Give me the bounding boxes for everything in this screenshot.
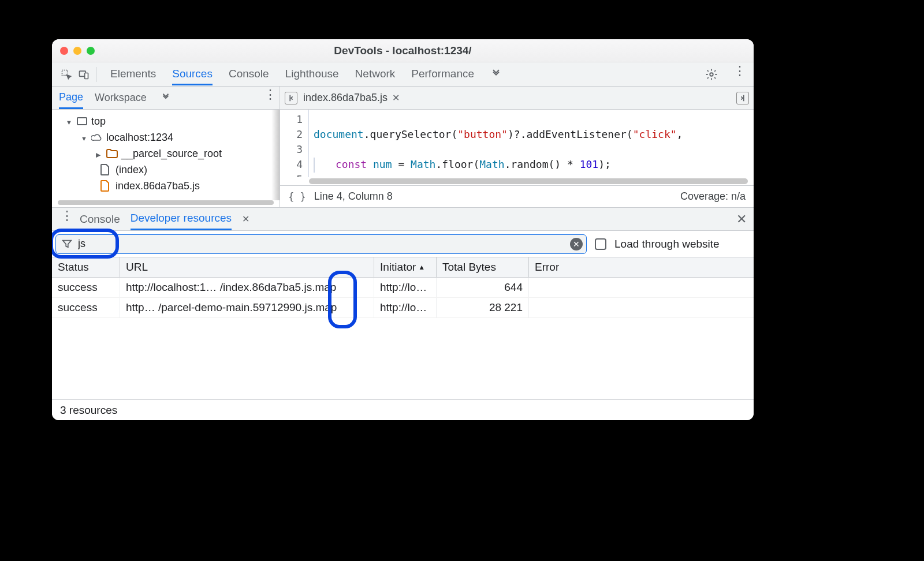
navigator-tab-page[interactable]: Page xyxy=(59,91,83,109)
coverage-status: Coverage: n/a xyxy=(680,190,746,203)
document-icon xyxy=(100,164,112,175)
cell-bytes: 28 221 xyxy=(437,298,529,317)
filter-input[interactable] xyxy=(77,237,565,250)
code-editor[interactable]: 1 2 3 4 5 document.querySelector("button… xyxy=(280,110,754,177)
col-status[interactable]: Status xyxy=(52,257,120,277)
pretty-print-icon[interactable]: { } xyxy=(288,191,306,203)
close-drawer-tab-icon[interactable]: ✕ xyxy=(242,214,249,225)
drawer-status-bar: 3 resources xyxy=(52,399,754,420)
tree-label: localhost:1234 xyxy=(106,132,173,144)
table-body: success http://localhost:1… /index.86da7… xyxy=(52,278,754,399)
toolbar-right xyxy=(703,68,746,81)
line-number: 4 xyxy=(280,157,303,172)
sort-asc-icon: ▲ xyxy=(418,263,425,271)
cell-status: success xyxy=(52,298,120,317)
tab-lighthouse[interactable]: Lighthouse xyxy=(285,68,339,81)
tab-performance[interactable]: Performance xyxy=(411,68,474,81)
col-url[interactable]: URL xyxy=(120,257,374,277)
frame-icon xyxy=(76,115,88,127)
line-number: 1 xyxy=(280,112,303,127)
tab-network[interactable]: Network xyxy=(355,68,396,81)
inspect-element-icon[interactable] xyxy=(58,69,75,80)
tree-jsfile[interactable]: index.86da7ba5.js xyxy=(55,178,280,194)
drawer-tab-console[interactable]: Console xyxy=(80,213,120,226)
collapse-debugger-icon[interactable] xyxy=(736,92,749,104)
filter-bar: ✕ Load through website xyxy=(52,231,754,257)
col-error[interactable]: Error xyxy=(529,257,754,277)
cursor-position: Line 4, Column 8 xyxy=(314,190,393,203)
drawer: Console Developer resources ✕ ✕ ✕ Load t… xyxy=(52,208,754,420)
tab-elements[interactable]: Elements xyxy=(110,68,156,81)
navigator-pane: Page Workspace top localhost:1234 xyxy=(52,87,280,207)
disclosure-icon[interactable] xyxy=(96,148,103,160)
folder-icon xyxy=(106,148,118,159)
tree-index[interactable]: (index) xyxy=(55,162,280,178)
editor-horizontal-scrollbar[interactable] xyxy=(309,178,748,184)
horizontal-scrollbar[interactable] xyxy=(58,200,274,205)
cell-status: success xyxy=(52,278,120,297)
editor-tabbar: index.86da7ba5.js ✕ xyxy=(280,87,754,110)
editor-file-tab[interactable]: index.86da7ba5.js ✕ xyxy=(303,92,400,104)
svg-point-3 xyxy=(710,73,713,76)
resources-table: Status URL Initiator▲ Total Bytes Error … xyxy=(52,257,754,399)
main-tabbar: Elements Sources Console Lighthouse Netw… xyxy=(52,62,754,87)
editor-file-tab-label: index.86da7ba5.js xyxy=(303,92,388,104)
tab-sources[interactable]: Sources xyxy=(172,68,213,85)
file-tree[interactable]: top localhost:1234 __parcel_source_root … xyxy=(52,110,280,200)
disclosure-icon[interactable] xyxy=(81,132,88,144)
sources-upper: Page Workspace top localhost:1234 xyxy=(52,87,754,208)
filter-input-wrap: ✕ xyxy=(55,234,587,254)
cell-error xyxy=(529,298,754,317)
cell-bytes: 644 xyxy=(437,278,529,297)
js-file-icon xyxy=(100,180,112,192)
clear-filter-icon[interactable]: ✕ xyxy=(570,238,583,250)
tree-top-frame[interactable]: top xyxy=(55,113,280,129)
tree-host[interactable]: localhost:1234 xyxy=(55,129,280,145)
tree-label: (index) xyxy=(116,164,147,176)
line-gutter: 1 2 3 4 5 xyxy=(280,110,309,177)
table-row[interactable]: success http… /parcel-demo-main.59712990… xyxy=(52,298,754,318)
close-tab-icon[interactable]: ✕ xyxy=(392,92,400,103)
more-menu-icon[interactable] xyxy=(728,68,746,81)
load-through-website-checkbox[interactable] xyxy=(595,238,606,250)
filter-icon xyxy=(62,239,72,249)
table-header: Status URL Initiator▲ Total Bytes Error xyxy=(52,257,754,278)
device-toolbar-icon[interactable] xyxy=(75,69,92,80)
code-lines: document.querySelector("button")?.addEve… xyxy=(309,110,687,177)
source-editor-pane: index.86da7ba5.js ✕ 1 2 3 4 5 document.q… xyxy=(280,87,754,207)
navigator-kebab-icon[interactable] xyxy=(262,92,273,104)
resource-count: 3 resources xyxy=(60,404,117,417)
tree-label: index.86da7ba5.js xyxy=(116,180,200,192)
navigator-tabs: Page Workspace xyxy=(52,87,280,110)
close-drawer-icon[interactable]: ✕ xyxy=(736,212,747,227)
line-number: 5 xyxy=(280,172,303,177)
cloud-icon xyxy=(91,132,103,143)
tree-folder[interactable]: __parcel_source_root xyxy=(55,145,280,162)
window-title: DevTools - localhost:1234/ xyxy=(52,44,754,57)
cell-initiator: http://lo… xyxy=(374,298,437,317)
svg-rect-4 xyxy=(77,118,87,125)
navigator-more-icon[interactable] xyxy=(161,92,172,104)
main-tabs: Elements Sources Console Lighthouse Netw… xyxy=(110,68,703,81)
col-initiator[interactable]: Initiator▲ xyxy=(374,257,437,277)
vertical-scrollbar[interactable] xyxy=(271,110,280,200)
line-number: 3 xyxy=(280,142,303,157)
svg-rect-2 xyxy=(85,73,88,78)
table-row[interactable]: success http://localhost:1… /index.86da7… xyxy=(52,278,754,298)
more-tabs-icon[interactable] xyxy=(490,68,502,81)
cell-error xyxy=(529,278,754,297)
settings-icon[interactable] xyxy=(703,68,720,81)
window-titlebar: DevTools - localhost:1234/ xyxy=(52,39,754,62)
drawer-kebab-icon[interactable] xyxy=(59,213,69,226)
divider xyxy=(96,67,96,82)
collapse-navigator-icon[interactable] xyxy=(285,92,297,104)
devtools-window: DevTools - localhost:1234/ Elements Sour… xyxy=(52,39,754,420)
line-number: 2 xyxy=(280,127,303,142)
tab-console[interactable]: Console xyxy=(229,68,269,81)
tree-label: __parcel_source_root xyxy=(121,148,222,160)
col-bytes[interactable]: Total Bytes xyxy=(437,257,529,277)
tree-label: top xyxy=(91,115,106,128)
drawer-tab-developer-resources[interactable]: Developer resources xyxy=(131,212,232,230)
navigator-tab-workspace[interactable]: Workspace xyxy=(95,92,147,104)
disclosure-icon[interactable] xyxy=(66,115,73,128)
